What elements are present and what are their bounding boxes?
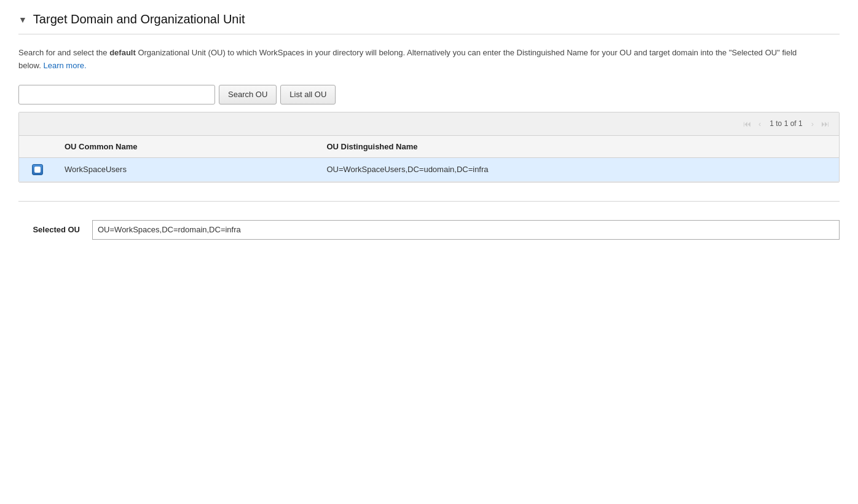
table-container: ⏮ ‹ 1 to 1 of 1 › ⏭ OU Common Name OU Di… — [18, 112, 840, 183]
ou-table: OU Common Name OU Distinguished Name Wor… — [19, 136, 839, 182]
table-toolbar: ⏮ ‹ 1 to 1 of 1 › ⏭ — [19, 112, 839, 136]
last-page-button[interactable]: ⏭ — [819, 119, 832, 129]
next-page-button[interactable]: › — [809, 119, 816, 129]
page-container: ▼ Target Domain and Organizational Unit … — [0, 0, 858, 258]
table-body: WorkSpaceUsers OU=WorkSpaceUsers,DC=udom… — [19, 157, 839, 181]
row-checkbox[interactable] — [32, 164, 43, 175]
search-bar: Search OU List all OU — [18, 85, 840, 104]
section-description: Search for and select the default Organi… — [18, 47, 817, 73]
search-input[interactable] — [18, 85, 215, 104]
col-select — [19, 136, 56, 158]
row-common-name: WorkSpaceUsers — [56, 157, 318, 181]
collapse-arrow-icon[interactable]: ▼ — [18, 15, 27, 25]
selected-ou-row: Selected OU — [18, 214, 840, 246]
pagination-info: 1 to 1 of 1 — [769, 119, 802, 128]
learn-more-link[interactable]: Learn more. — [43, 61, 86, 70]
bottom-section: Selected OU — [18, 201, 840, 246]
col-common-name: OU Common Name — [56, 136, 318, 158]
search-ou-button[interactable]: Search OU — [219, 85, 277, 104]
selected-ou-label: Selected OU — [18, 225, 80, 234]
col-distinguished-name: OU Distinguished Name — [318, 136, 839, 158]
first-page-button[interactable]: ⏮ — [741, 119, 754, 129]
prev-page-button[interactable]: ‹ — [756, 119, 763, 129]
section-title: Target Domain and Organizational Unit — [33, 12, 245, 26]
row-select-cell[interactable] — [19, 157, 56, 181]
table-header: OU Common Name OU Distinguished Name — [19, 136, 839, 158]
row-distinguished-name: OU=WorkSpaceUsers,DC=udomain,DC=infra — [318, 157, 839, 181]
section-header: ▼ Target Domain and Organizational Unit — [18, 12, 840, 34]
table-row[interactable]: WorkSpaceUsers OU=WorkSpaceUsers,DC=udom… — [19, 157, 839, 181]
list-all-ou-button[interactable]: List all OU — [280, 85, 336, 104]
selected-ou-input[interactable] — [92, 220, 840, 240]
